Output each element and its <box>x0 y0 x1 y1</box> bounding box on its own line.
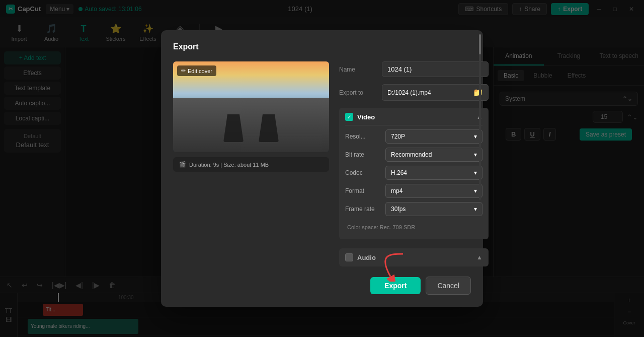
codec-select[interactable]: H.264 ▾ <box>385 166 482 180</box>
dialog-preview: ✏ Edit cover 🎬 Duration: 9s | Size: abou… <box>173 61 329 266</box>
cancel-action-button[interactable]: Cancel <box>426 277 471 295</box>
framerate-select[interactable]: 30fps ▾ <box>385 202 482 216</box>
resolution-row: Resol... 720P ▾ <box>341 129 487 144</box>
audio-section-chevron-icon: ▲ <box>476 254 482 261</box>
name-field-row: Name <box>339 61 489 77</box>
export-path-input[interactable] <box>382 86 468 100</box>
dialog-fields: Name Export to 📁 ✓ Video ▲ <box>339 61 489 266</box>
export-dialog: Export ✏ Edit cover 🎬 <box>161 30 483 307</box>
biker-2 <box>259 114 279 142</box>
edit-cover-button[interactable]: ✏ Edit cover <box>177 65 216 76</box>
biker-1 <box>223 114 244 142</box>
audio-section-title: Audio <box>357 254 376 261</box>
red-arrow-indicator <box>375 251 406 282</box>
format-row-export: Format mp4 ▾ <box>341 184 487 198</box>
export-to-field-row: Export to 📁 <box>339 84 489 101</box>
duration-text: Duration: 9s | Size: about 11 MB <box>189 162 269 168</box>
framerate-value: 30fps <box>391 206 406 213</box>
audio-section: Audio ▲ <box>339 248 489 266</box>
dialog-overlay: Export ✏ Edit cover 🎬 <box>0 0 644 337</box>
format-value: mp4 <box>391 187 403 194</box>
format-label: Format <box>345 187 385 194</box>
edit-icon: ✏ <box>181 68 186 74</box>
codec-value: H.264 <box>391 169 407 176</box>
edit-cover-label: Edit cover <box>188 68 212 74</box>
video-section-header[interactable]: ✓ Video ▲ <box>339 109 489 125</box>
dialog-body: ✏ Edit cover 🎬 Duration: 9s | Size: abou… <box>173 61 471 266</box>
bitrate-value: Recommended <box>391 151 432 158</box>
folder-browse-button[interactable]: 📁 <box>468 85 488 100</box>
video-thumbnail: ✏ Edit cover <box>173 61 329 152</box>
color-space-text: Color space: Rec. 709 SDR <box>341 220 487 234</box>
dialog-title: Export <box>173 42 471 51</box>
video-section-title: Video <box>357 113 375 121</box>
framerate-row: Frame rate 30fps ▾ <box>341 202 487 216</box>
audio-section-header[interactable]: Audio ▲ <box>339 249 489 265</box>
scrollbar-thumb <box>479 34 481 54</box>
biker-silhouette <box>223 114 279 142</box>
dialog-footer: Export Cancel <box>173 277 471 295</box>
video-fields: Resol... 720P ▾ Bit rate Recommended ▾ <box>339 125 489 238</box>
export-path-field: 📁 <box>382 84 489 101</box>
framerate-label: Frame rate <box>345 206 385 213</box>
video-section: ✓ Video ▲ Resol... 720P ▾ <box>339 108 489 239</box>
audio-checkbox[interactable] <box>345 253 353 261</box>
framerate-chevron-icon: ▾ <box>474 206 477 213</box>
film-icon: 🎬 <box>179 161 186 168</box>
resolution-select[interactable]: 720P ▾ <box>385 129 482 144</box>
bitrate-row: Bit rate Recommended ▾ <box>341 148 487 162</box>
bitrate-select[interactable]: Recommended ▾ <box>385 148 482 162</box>
export-to-label: Export to <box>339 89 377 96</box>
format-chevron-icon: ▾ <box>474 187 477 194</box>
format-select[interactable]: mp4 ▾ <box>385 184 482 198</box>
video-checkbox[interactable]: ✓ <box>345 113 353 121</box>
duration-info: 🎬 Duration: 9s | Size: about 11 MB <box>173 157 329 172</box>
dialog-scrollbar[interactable] <box>479 34 481 200</box>
resolution-label: Resol... <box>345 133 385 140</box>
bitrate-label: Bit rate <box>345 151 385 158</box>
bitrate-chevron-icon: ▾ <box>474 151 477 158</box>
name-label: Name <box>339 66 377 73</box>
codec-label: Codec <box>345 169 385 176</box>
codec-chevron-icon: ▾ <box>474 169 477 176</box>
name-input[interactable] <box>382 61 489 77</box>
codec-row: Codec H.264 ▾ <box>341 166 487 180</box>
resolution-value: 720P <box>391 133 405 140</box>
resolution-chevron-icon: ▾ <box>474 133 477 140</box>
